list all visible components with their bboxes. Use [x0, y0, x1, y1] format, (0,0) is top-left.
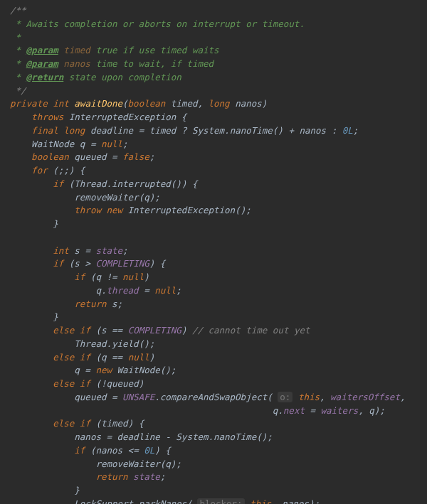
call-park-nanos: parkNanos: [139, 498, 187, 504]
ref-q: q: [95, 285, 101, 296]
op-eq: =: [133, 125, 149, 136]
dot: .: [224, 125, 230, 136]
var-s: s: [74, 245, 80, 256]
type-wait-node: WaitNode: [117, 365, 160, 375]
type-system: System: [192, 125, 224, 136]
kw-else: else: [53, 352, 74, 363]
kw-null: null: [122, 272, 144, 282]
call-nano-time: nanoTime: [230, 125, 273, 136]
paren-open: (: [95, 418, 101, 429]
dot: .: [133, 498, 139, 504]
call-remove-waiter: removeWaiter: [74, 192, 138, 203]
ref-timed: timed: [149, 125, 176, 136]
kw-final: final: [31, 125, 58, 136]
ref-queued: queued: [74, 392, 106, 402]
kw-null: null: [154, 285, 176, 296]
kw-if: if: [74, 445, 85, 456]
paren-empty: (): [273, 125, 283, 136]
op-not: !: [101, 378, 107, 389]
paren-open: (: [122, 98, 128, 109]
comma: ,: [358, 405, 369, 416]
ref-nanos: nanos: [74, 431, 101, 442]
code-editor[interactable]: /** * Awaits completion or aborts on int…: [0, 0, 427, 504]
op-minus: -: [160, 431, 176, 442]
semi: ;: [379, 405, 385, 416]
op-plus: +: [283, 125, 300, 136]
kw-new: new: [106, 205, 122, 215]
brace-open: {: [154, 258, 165, 269]
kw-for: for: [31, 165, 48, 176]
param-nanos: nanos: [235, 98, 262, 109]
op-eqeq: ==: [107, 325, 128, 336]
type-thread: Thread: [74, 338, 106, 349]
ref-q: q: [101, 352, 107, 363]
javadoc-open: /**: [10, 5, 26, 16]
comma: ,: [271, 498, 282, 504]
dot: .: [106, 338, 112, 349]
paren-open: (: [95, 378, 101, 389]
kw-null: null: [128, 352, 149, 363]
kw-private: private: [10, 98, 48, 109]
paren-empty: (): [160, 365, 171, 375]
paren-close: ): [262, 98, 268, 109]
comma: ,: [400, 392, 411, 402]
op-eq: =: [106, 392, 122, 402]
paren-close: ): [139, 378, 144, 389]
ref-s: s: [112, 299, 117, 309]
semi: ;: [267, 431, 273, 442]
kw-long: long: [63, 125, 85, 136]
op-eq: =: [80, 245, 96, 256]
type-interrupted-exception: InterruptedException: [128, 205, 236, 215]
javadoc-param-name: timed: [58, 45, 90, 55]
dot: .: [278, 405, 283, 416]
javadoc-prefix: *: [10, 58, 26, 69]
kw-if: if: [80, 325, 90, 336]
paren-open: (: [267, 392, 273, 402]
param-hint-blocker: blocker:: [197, 498, 244, 504]
paren-close: ): [181, 325, 187, 336]
paren-close: ): [154, 445, 160, 456]
semi: ;: [154, 192, 160, 203]
ref-q: q: [74, 365, 80, 375]
javadoc-param-name: nanos: [58, 58, 90, 69]
kw-false: false: [122, 151, 149, 162]
type-wait-node: WaitNode: [31, 139, 74, 149]
brace-close: }: [53, 311, 58, 322]
call-cas: compareAndSwapObject: [160, 392, 268, 402]
op-eq: =: [80, 365, 96, 375]
param-hint-o: o:: [278, 392, 292, 402]
ref-timed: timed: [101, 418, 128, 429]
type-lock-support: LockSupport: [74, 498, 133, 504]
kw-if: if: [53, 258, 63, 269]
kw-else: else: [53, 325, 74, 336]
type-interrupted-exception: InterruptedException: [69, 112, 176, 122]
ref-queued: queued: [107, 378, 139, 389]
type-system: System: [176, 431, 208, 442]
kw-int: int: [53, 98, 69, 109]
type-thread: Thread: [74, 178, 106, 189]
javadoc-tag-param: @param: [26, 58, 58, 69]
semi: ;: [149, 338, 155, 349]
kw-throw: throw: [74, 205, 101, 215]
kw-boolean: boolean: [31, 151, 69, 162]
javadoc-text: time to wait, if timed: [90, 58, 214, 69]
ref-nanos: nanos: [95, 445, 122, 456]
javadoc-tag-param: @param: [26, 45, 58, 55]
semi: ;: [176, 285, 181, 296]
semi: ;: [160, 471, 166, 482]
op-neq: !=: [101, 272, 122, 282]
semi: ;: [122, 139, 128, 149]
field-state: state: [95, 245, 122, 256]
comma: ,: [320, 392, 330, 402]
semi: ;: [171, 365, 176, 375]
call-remove-waiter: removeWaiter: [95, 459, 159, 469]
kw-boolean: boolean: [128, 98, 166, 109]
paren-open: (: [95, 352, 101, 363]
brace-close: }: [53, 218, 58, 229]
op-eq: =: [106, 151, 122, 162]
javadoc-line: *: [10, 32, 21, 43]
ref-q: q: [95, 272, 101, 282]
call-nano-time: nanoTime: [214, 431, 256, 442]
javadoc-line: * Awaits completion or aborts on interru…: [10, 18, 305, 29]
semi: ;: [122, 245, 128, 256]
